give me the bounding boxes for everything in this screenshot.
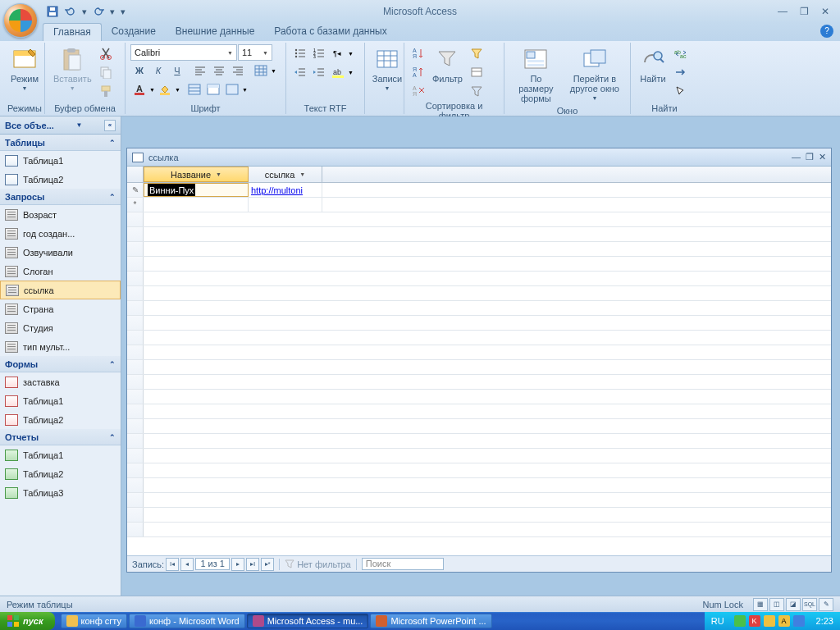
taskbar-item[interactable]: конф - Microsoft Word	[129, 614, 245, 628]
nav-item[interactable]: год создан...	[0, 224, 121, 243]
tray-icon[interactable]	[764, 615, 775, 627]
underline-button[interactable]: Ч	[168, 62, 186, 80]
nav-item[interactable]: ссылка	[0, 281, 121, 299]
tray-icon[interactable]	[793, 615, 805, 627]
font-color-icon[interactable]: A	[130, 80, 148, 98]
qat-customize-icon[interactable]: ▾	[118, 3, 128, 20]
close-button[interactable]: ✕	[815, 5, 835, 18]
nav-item[interactable]: Таблица1	[0, 391, 121, 410]
rec-last-icon[interactable]: ▸I	[246, 558, 259, 571]
nav-item[interactable]: тип мульт...	[0, 337, 121, 356]
align-right-icon[interactable]	[229, 62, 247, 80]
undo-icon[interactable]	[62, 3, 79, 20]
nav-section-header[interactable]: Запросы⌃	[0, 189, 121, 205]
minimize-button[interactable]: —	[773, 5, 792, 18]
toggle-filter-icon[interactable]	[468, 82, 486, 100]
cut-icon[interactable]	[97, 44, 115, 62]
bold-button[interactable]: Ж	[130, 62, 148, 80]
paste-button[interactable]: Вставить▼	[50, 44, 95, 95]
search-box[interactable]: Поиск	[362, 558, 444, 570]
font-size-combo[interactable]: 11▼	[238, 44, 272, 61]
tray-icon[interactable]: А	[778, 615, 790, 627]
tab-create[interactable]: Создание	[102, 23, 166, 41]
tab-home[interactable]: Главная	[43, 23, 102, 41]
numbering-icon[interactable]: 123	[310, 44, 328, 62]
italic-button[interactable]: К	[149, 62, 167, 80]
taskbar-item[interactable]: Microsoft PowerPoint ...	[370, 614, 491, 628]
new-row-selector[interactable]: *	[127, 198, 144, 212]
tab-database[interactable]: Работа с базами данных	[264, 23, 396, 41]
row-selector[interactable]: ✎	[127, 183, 144, 197]
switch-window-button[interactable]: Перейти в другое окно▼	[564, 44, 625, 105]
rec-next-icon[interactable]: ▸	[231, 558, 244, 571]
highlight-icon[interactable]: ab	[329, 63, 347, 81]
subwindow-titlebar[interactable]: ссылка —❐✕	[127, 148, 831, 167]
tray-icon[interactable]	[734, 615, 746, 627]
view-button[interactable]: Режим▼	[7, 44, 42, 95]
fit-form-button[interactable]: По размеру формы	[509, 44, 563, 105]
select-icon[interactable]	[672, 82, 690, 100]
grid-style3-icon[interactable]	[223, 80, 241, 98]
lang-indicator[interactable]: RU	[711, 616, 724, 626]
fill-color-icon[interactable]	[156, 80, 174, 98]
tray-icon[interactable]: K	[749, 615, 760, 627]
nav-item[interactable]: Таблица1	[0, 445, 121, 464]
ltr-icon[interactable]: ¶◂	[329, 44, 347, 62]
align-left-icon[interactable]	[191, 62, 209, 80]
help-icon[interactable]: ?	[820, 25, 833, 38]
undo-dropdown-icon[interactable]: ▾	[80, 3, 89, 20]
view-datasheet-icon[interactable]: ▦	[753, 598, 768, 611]
nav-item[interactable]: Таблица2	[0, 410, 121, 429]
rec-first-icon[interactable]: I◂	[166, 558, 179, 571]
replace-icon[interactable]: abac	[672, 44, 690, 62]
save-icon[interactable]	[44, 3, 61, 20]
column-header[interactable]: ссылка▼	[249, 167, 322, 182]
view-pivot-icon[interactable]: ◫	[769, 598, 784, 611]
office-button[interactable]	[3, 3, 38, 38]
nav-item[interactable]: Страна	[0, 299, 121, 318]
nav-item[interactable]: Таблица3	[0, 483, 121, 502]
sub-maximize-icon[interactable]: ❐	[806, 152, 814, 162]
nav-item[interactable]: Возраст	[0, 205, 121, 224]
rec-position[interactable]: 1 из 1	[195, 558, 230, 570]
rec-new-icon[interactable]: ▸*	[261, 558, 274, 571]
taskbar-item[interactable]: Microsoft Access - mu...	[247, 614, 369, 628]
tab-external[interactable]: Внешние данные	[166, 23, 265, 41]
nav-header[interactable]: Все объе...▼«	[0, 116, 121, 135]
sub-minimize-icon[interactable]: —	[792, 152, 801, 162]
gridlines-icon[interactable]	[252, 62, 270, 80]
nav-section-header[interactable]: Отчеты⌃	[0, 429, 121, 445]
align-center-icon[interactable]	[210, 62, 228, 80]
data-cell[interactable]: Винни-Пух	[144, 183, 249, 197]
clear-sort-icon[interactable]: АЯ	[409, 82, 427, 100]
sort-desc-icon[interactable]: ЯА	[409, 63, 427, 81]
nav-item[interactable]: Слоган	[0, 262, 121, 281]
goto-icon[interactable]	[672, 63, 690, 81]
redo-dropdown-icon[interactable]: ▾	[108, 3, 116, 20]
column-header[interactable]: Название▼	[144, 167, 249, 182]
view-chart-icon[interactable]: ◪	[786, 598, 801, 611]
nav-item[interactable]: Озвучивали	[0, 243, 121, 262]
data-cell[interactable]	[249, 198, 322, 212]
nav-item[interactable]: Таблица2	[0, 170, 121, 189]
nav-section-header[interactable]: Формы⌃	[0, 356, 121, 372]
nav-collapse-icon[interactable]: «	[104, 120, 116, 131]
redo-icon[interactable]	[90, 3, 107, 20]
rec-prev-icon[interactable]: ◂	[180, 558, 194, 571]
advanced-icon[interactable]	[468, 63, 486, 81]
grid-style1-icon[interactable]	[185, 80, 203, 98]
view-sql-icon[interactable]: SQL	[802, 598, 817, 611]
sort-asc-icon[interactable]: АЯ	[409, 44, 427, 62]
bullets-icon[interactable]	[291, 44, 309, 62]
taskbar-item[interactable]: конф сгту	[61, 614, 127, 628]
select-all-cell[interactable]	[127, 167, 144, 182]
start-button[interactable]: пуск	[0, 612, 55, 630]
maximize-button[interactable]: ❐	[794, 5, 814, 18]
data-cell[interactable]	[144, 198, 249, 212]
inc-indent-icon[interactable]	[310, 63, 328, 81]
find-button[interactable]: Найти	[636, 44, 670, 85]
nav-item[interactable]: Таблица2	[0, 464, 121, 483]
clock[interactable]: 2:23	[816, 616, 833, 626]
nav-item[interactable]: Таблица1	[0, 151, 121, 170]
nav-item[interactable]: заставка	[0, 372, 121, 391]
